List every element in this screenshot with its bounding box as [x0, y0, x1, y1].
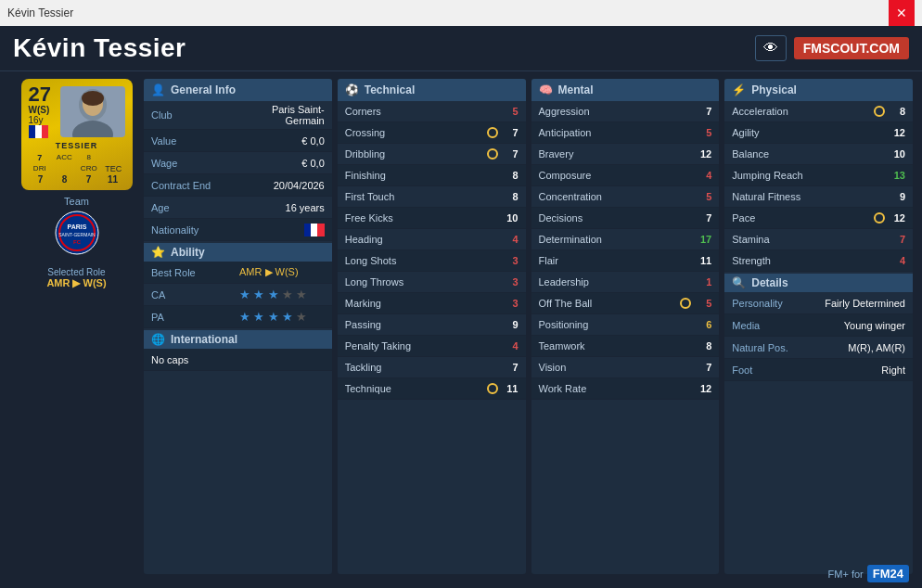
pa-star-5: ★ [296, 310, 307, 324]
boot-icon: ⚽ [345, 83, 359, 96]
stat-name: Penalty Taking [345, 340, 500, 352]
stat-value: 4 [693, 170, 711, 181]
physical-stats: Acceleration8Agility12Balance10Jumping R… [724, 101, 913, 272]
stat-row: Strength4 [724, 250, 913, 272]
mental-stats: Aggression7Anticipation5Bravery12Composu… [531, 101, 720, 400]
footer: FM+ for FM24 [828, 565, 909, 582]
stat-value: 3 [500, 276, 519, 288]
stat-name: Flair [539, 255, 694, 266]
stat-name: Balance [732, 148, 887, 160]
technical-stats: Corners5Crossing7Dribbling7Finishing8Fir… [338, 101, 526, 400]
stat-row: Agility12 [724, 122, 913, 144]
mental-header: 🧠 Mental [531, 79, 720, 101]
stat-row: Corners5 [338, 101, 526, 122]
detail-row: MediaYoung winger [724, 314, 913, 337]
svg-text:SAINT-GERMAIN: SAINT-GERMAIN [58, 232, 96, 237]
stat-row: Balance10 [724, 144, 913, 165]
info-row-value: Value € 0,0 [144, 130, 332, 152]
stat-value: 7 [693, 362, 711, 373]
stat-value: 1 [693, 276, 711, 288]
stat-value: 13 [887, 170, 905, 181]
details-header: 🔍 Details [724, 274, 913, 292]
physical-details: PersonalityFairly DeterminedMediaYoung w… [724, 292, 913, 381]
close-button[interactable]: ✕ [889, 0, 915, 26]
svg-text:FC: FC [73, 239, 82, 245]
mental-panel: 🧠 Mental Aggression7Anticipation5Bravery… [531, 79, 720, 574]
card-name: TESSIER [56, 141, 98, 150]
stat-name: Stamina [732, 234, 887, 245]
stat-value: 12 [693, 148, 711, 160]
stat-value: 17 [693, 234, 711, 245]
stat-name: Teamwork [539, 340, 694, 352]
svg-point-3 [82, 91, 104, 106]
general-info-panel: 👤 General Info Club Paris Saint-Germain … [144, 79, 332, 574]
stat-name: Corners [345, 106, 500, 117]
technical-header: ⚽ Technical [338, 79, 526, 101]
stat-row: Jumping Reach13 [724, 165, 913, 186]
stat-value: 12 [887, 127, 905, 138]
magnify-icon: 🔍 [732, 276, 746, 289]
stat-name: Finishing [345, 170, 500, 181]
stat-name: Heading [345, 234, 500, 245]
svg-point-1 [72, 121, 113, 137]
stat-row: Long Shots3 [338, 250, 526, 272]
selected-role-label: Selected Role [46, 267, 106, 277]
stat-name: Anticipation [539, 127, 694, 138]
psg-logo: PARIS SAINT-GERMAIN FC [55, 211, 99, 255]
card-flag [29, 125, 49, 138]
stat-value: 6 [693, 319, 711, 330]
stat-row: Finishing8 [338, 165, 526, 186]
stat-name: Work Rate [539, 383, 694, 394]
stat-name: Long Shots [345, 255, 500, 266]
info-row-wage: Wage € 0,0 [144, 152, 332, 174]
stat-value: 7 [887, 234, 905, 245]
stat-name: Vision [539, 362, 694, 373]
stat-row: Positioning6 [531, 314, 720, 336]
ability-section-header: ⭐ Ability [144, 243, 332, 262]
stat-row: Acceleration8 [724, 101, 913, 122]
stat-row: Penalty Taking4 [338, 336, 526, 357]
stat-value: 7 [500, 362, 519, 373]
info-row-club: Club Paris Saint-Germain [144, 101, 332, 130]
role-indicator [874, 212, 885, 224]
pa-star-3: ★ [268, 310, 279, 324]
globe-icon: 🌐 [151, 333, 165, 346]
role-indicator [487, 148, 498, 160]
stat-name: Composure [539, 170, 694, 181]
physical-panel: ⚡ Physical Acceleration8Agility12Balance… [724, 79, 913, 574]
stat-name: Aggression [539, 106, 694, 117]
stat-row: Determination17 [531, 229, 720, 250]
physical-header: ⚡ Physical [724, 79, 913, 101]
stat-value: 5 [500, 106, 519, 117]
role-indicator [487, 383, 498, 394]
fmscout-label: FMSCOUT.COM [803, 41, 900, 56]
team-section: Team PARIS SAINT-GERMAIN FC [55, 196, 99, 258]
detail-row: FootRight [724, 359, 913, 381]
stat-row: Passing9 [338, 314, 526, 336]
stat-value: 8 [693, 340, 711, 352]
stat-name: Strength [732, 255, 887, 266]
stat-name: Leadership [539, 276, 694, 288]
stats-panels: 👤 General Info Club Paris Saint-Germain … [144, 79, 913, 574]
stat-row: Flair11 [531, 250, 720, 272]
stat-value: 7 [500, 148, 519, 160]
role-indicator [487, 127, 498, 138]
stat-row: Work Rate12 [531, 378, 720, 400]
role-indicator [874, 106, 885, 117]
detail-row: PersonalityFairly Determined [724, 292, 913, 314]
stat-value: 4 [500, 340, 519, 352]
stat-value: 7 [693, 212, 711, 224]
stat-value: 9 [887, 191, 905, 202]
info-row-ca: CA ★ ★ ★ ★ ★ [144, 284, 332, 306]
fm24-logo: FM24 [867, 565, 909, 582]
general-info-content: Club Paris Saint-Germain Value € 0,0 Wag… [144, 101, 332, 241]
stat-name: Natural Fitness [732, 191, 887, 202]
stat-name: Marking [345, 298, 500, 309]
stat-value: 7 [693, 106, 711, 117]
stat-row: Dribbling7 [338, 144, 526, 165]
stat-row: Free Kicks10 [338, 208, 526, 229]
stat-row: Composure4 [531, 165, 720, 186]
stat-value: 11 [693, 255, 711, 266]
ca-star-5: ★ [296, 288, 307, 301]
stat-name: Acceleration [732, 106, 874, 117]
